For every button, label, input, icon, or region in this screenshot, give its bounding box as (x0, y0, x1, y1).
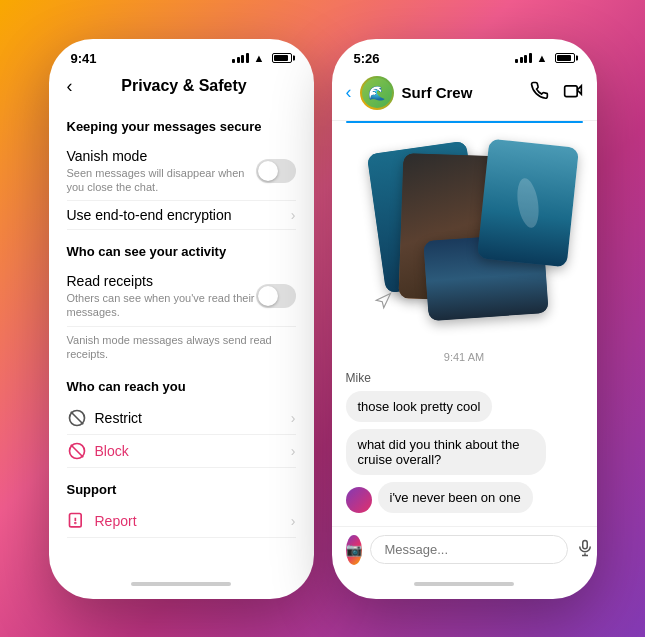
phone1-privacy-safety: 9:41 ▲ ‹ Privacy & Safety Kee (49, 39, 314, 599)
signal-icon (515, 53, 532, 63)
wifi-icon: ▲ (537, 52, 548, 64)
share-icon (374, 292, 392, 315)
section-header-support: Support (67, 468, 296, 505)
setting-vanish-mode: Vanish mode Seen messages will disappear… (67, 142, 296, 202)
status-bar-phone1: 9:41 ▲ (49, 39, 314, 70)
chat-group-name: Surf Crew (402, 84, 529, 101)
chat-messages: 9:41 AM Mike those look pretty cool what… (332, 123, 597, 526)
status-icons-phone1: ▲ (232, 52, 291, 64)
signal-icon (232, 53, 249, 63)
read-receipts-desc: Others can see when you've read their me… (67, 291, 256, 320)
status-time-phone2: 5:26 (354, 51, 380, 66)
setting-restrict[interactable]: Restrict › (67, 402, 296, 435)
wifi-icon: ▲ (254, 52, 265, 64)
status-time-phone1: 9:41 (71, 51, 97, 66)
svg-line-1 (70, 412, 83, 425)
setting-read-receipts: Read receipts Others can see when you've… (67, 267, 296, 327)
message-input[interactable] (370, 535, 568, 564)
reply-bubble: i've never been on one (346, 482, 583, 513)
camera-button[interactable]: 📷 (346, 535, 362, 565)
message-bubble-1: those look pretty cool (346, 391, 493, 422)
message-timestamp: 9:41 AM (346, 347, 583, 367)
collage-image-4 (476, 138, 578, 267)
chat-header: ‹ 🌊 Surf Crew (332, 70, 597, 121)
status-bar-phone2: 5:26 ▲ (332, 39, 597, 70)
battery-icon (555, 53, 575, 63)
setting-report[interactable]: Report › (67, 505, 296, 538)
page-title: Privacy & Safety (73, 77, 296, 95)
phone-call-icon[interactable] (529, 80, 549, 105)
vanish-mode-desc: Seen messages will disappear when you cl… (67, 166, 256, 195)
home-indicator (49, 575, 314, 599)
restrict-label: Restrict (95, 410, 142, 426)
home-indicator (332, 575, 597, 599)
camera-icon: 📷 (346, 542, 362, 557)
report-label: Report (95, 513, 137, 529)
chevron-icon: › (291, 410, 296, 426)
message-bubble-3: i've never been on one (378, 482, 533, 513)
battery-icon (272, 53, 292, 63)
setting-block[interactable]: Block › (67, 435, 296, 468)
sender-name: Mike (346, 371, 583, 385)
status-icons-phone2: ▲ (515, 52, 574, 64)
section-header-reach: Who can reach you (67, 365, 296, 402)
video-call-icon[interactable] (563, 80, 583, 105)
setting-e2e[interactable]: Use end-to-end encryption › (67, 201, 296, 230)
image-collage (346, 137, 583, 337)
chat-action-buttons (529, 80, 583, 105)
svg-line-3 (70, 445, 83, 458)
back-button[interactable]: ‹ (346, 82, 352, 103)
reply-avatar (346, 487, 372, 513)
read-receipts-label: Read receipts (67, 273, 256, 289)
block-label: Block (95, 443, 129, 459)
svg-rect-7 (564, 86, 577, 97)
e2e-label: Use end-to-end encryption (67, 207, 291, 223)
vanish-note: Vanish mode messages always send read re… (67, 327, 296, 366)
block-icon (67, 441, 87, 461)
avatar: 🌊 (360, 76, 394, 110)
phone2-chat: 5:26 ▲ ‹ 🌊 Surf Crew (332, 39, 597, 599)
svg-point-6 (74, 523, 75, 524)
vanish-mode-label: Vanish mode (67, 148, 256, 164)
microphone-icon[interactable] (576, 539, 594, 561)
chevron-icon: › (291, 443, 296, 459)
input-action-buttons (576, 539, 597, 561)
vanish-mode-toggle[interactable] (256, 159, 296, 183)
restrict-icon (67, 408, 87, 428)
section-header-activity: Who can see your activity (67, 230, 296, 267)
read-receipts-toggle[interactable] (256, 284, 296, 308)
message-bubble-2: what did you think about the cruise over… (346, 429, 546, 475)
svg-rect-9 (582, 540, 587, 548)
privacy-settings-content: Keeping your messages secure Vanish mode… (49, 105, 314, 575)
chevron-icon: › (291, 513, 296, 529)
message-input-bar: 📷 (332, 526, 597, 575)
section-header-secure: Keeping your messages secure (67, 105, 296, 142)
svg-marker-8 (376, 293, 390, 307)
chevron-icon: › (291, 207, 296, 223)
report-icon (67, 511, 87, 531)
phone1-header: ‹ Privacy & Safety (49, 70, 314, 105)
